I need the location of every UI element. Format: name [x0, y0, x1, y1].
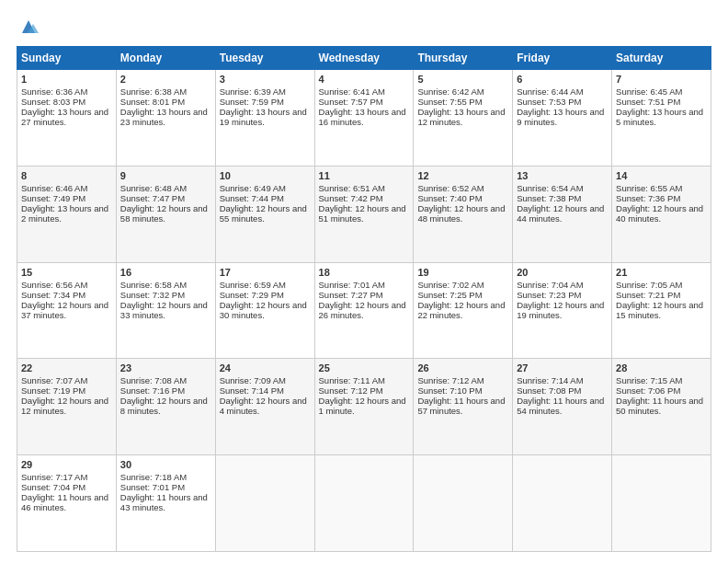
daylight-text: Daylight: 13 hours and 2 minutes.: [21, 203, 108, 224]
table-row: 17Sunrise: 6:59 AMSunset: 7:29 PMDayligh…: [215, 262, 314, 359]
sunrise-text: Sunrise: 6:39 AM: [220, 86, 286, 97]
sunrise-text: Sunrise: 7:14 AM: [517, 375, 583, 385]
day-number: 23: [120, 362, 211, 373]
day-number: 13: [517, 170, 608, 181]
sunrise-text: Sunrise: 7:12 AM: [417, 375, 483, 385]
sunrise-text: Sunrise: 7:07 AM: [21, 375, 87, 385]
sunset-text: Sunset: 7:32 PM: [120, 290, 185, 300]
table-row: 2Sunrise: 6:38 AMSunset: 8:01 PMDaylight…: [116, 70, 215, 167]
sunrise-text: Sunrise: 7:05 AM: [616, 280, 682, 290]
day-number: 5: [417, 74, 508, 85]
sunset-text: Sunset: 7:06 PM: [616, 385, 680, 396]
day-number: 15: [21, 267, 112, 278]
calendar: SundayMondayTuesdayWednesdayThursdayFrid…: [17, 46, 711, 552]
sunrise-text: Sunrise: 6:56 AM: [21, 280, 87, 290]
day-number: 27: [517, 362, 608, 373]
sunset-text: Sunset: 7:53 PM: [517, 97, 581, 107]
calendar-week-row: 1Sunrise: 6:36 AMSunset: 8:03 PMDaylight…: [17, 70, 711, 167]
calendar-header-tuesday: Tuesday: [215, 47, 314, 70]
table-row: 28Sunrise: 7:15 AMSunset: 7:06 PMDayligh…: [612, 359, 711, 455]
sunset-text: Sunset: 7:38 PM: [517, 193, 581, 203]
table-row: 4Sunrise: 6:41 AMSunset: 7:57 PMDaylight…: [314, 70, 414, 167]
table-row: 25Sunrise: 7:11 AMSunset: 7:12 PMDayligh…: [314, 359, 414, 455]
daylight-text: Daylight: 12 hours and 48 minutes.: [417, 203, 505, 224]
sunrise-text: Sunrise: 6:46 AM: [21, 183, 87, 193]
day-number: 9: [120, 170, 211, 181]
daylight-text: Daylight: 13 hours and 5 minutes.: [616, 107, 703, 127]
day-number: 7: [616, 74, 707, 85]
sunset-text: Sunset: 7:44 PM: [220, 193, 284, 203]
daylight-text: Daylight: 12 hours and 44 minutes.: [517, 203, 604, 224]
table-row: [215, 455, 314, 552]
calendar-header-wednesday: Wednesday: [314, 47, 414, 70]
sunrise-text: Sunrise: 7:15 AM: [616, 375, 682, 385]
day-number: 30: [120, 459, 211, 470]
day-number: 4: [319, 74, 410, 85]
day-number: 2: [120, 74, 211, 85]
table-row: 6Sunrise: 6:44 AMSunset: 7:53 PMDaylight…: [513, 70, 612, 167]
sunrise-text: Sunrise: 6:58 AM: [120, 280, 187, 290]
calendar-header-thursday: Thursday: [414, 47, 513, 70]
sunset-text: Sunset: 7:55 PM: [417, 97, 482, 107]
sunrise-text: Sunrise: 7:11 AM: [319, 375, 385, 385]
table-row: [314, 455, 414, 552]
day-number: 1: [21, 74, 112, 85]
daylight-text: Daylight: 11 hours and 54 minutes.: [517, 396, 604, 416]
sunrise-text: Sunrise: 6:38 AM: [120, 86, 187, 97]
sunrise-text: Sunrise: 7:17 AM: [21, 472, 87, 482]
table-row: 21Sunrise: 7:05 AMSunset: 7:21 PMDayligh…: [612, 262, 711, 359]
table-row: 14Sunrise: 6:55 AMSunset: 7:36 PMDayligh…: [612, 166, 711, 262]
calendar-week-row: 22Sunrise: 7:07 AMSunset: 7:19 PMDayligh…: [17, 359, 711, 455]
sunset-text: Sunset: 8:03 PM: [21, 97, 85, 107]
table-row: 20Sunrise: 7:04 AMSunset: 7:23 PMDayligh…: [513, 262, 612, 359]
table-row: 5Sunrise: 6:42 AMSunset: 7:55 PMDaylight…: [414, 70, 513, 167]
table-row: 18Sunrise: 7:01 AMSunset: 7:27 PMDayligh…: [314, 262, 414, 359]
daylight-text: Daylight: 12 hours and 12 minutes.: [21, 396, 108, 416]
table-row: 9Sunrise: 6:48 AMSunset: 7:47 PMDaylight…: [116, 166, 215, 262]
table-row: 22Sunrise: 7:07 AMSunset: 7:19 PMDayligh…: [17, 359, 117, 455]
table-row: 12Sunrise: 6:52 AMSunset: 7:40 PMDayligh…: [414, 166, 513, 262]
sunrise-text: Sunrise: 6:41 AM: [319, 86, 385, 97]
daylight-text: Daylight: 12 hours and 1 minute.: [319, 396, 406, 416]
sunset-text: Sunset: 7:57 PM: [319, 97, 383, 107]
calendar-header-row: SundayMondayTuesdayWednesdayThursdayFrid…: [17, 47, 711, 70]
logo-icon: [18, 17, 39, 37]
sunset-text: Sunset: 7:25 PM: [417, 290, 482, 300]
sunset-text: Sunset: 7:21 PM: [616, 290, 680, 300]
day-number: 19: [417, 267, 508, 278]
page: SundayMondayTuesdayWednesdayThursdayFrid…: [0, 0, 728, 563]
sunset-text: Sunset: 7:49 PM: [21, 193, 85, 203]
header: [17, 17, 711, 37]
table-row: 13Sunrise: 6:54 AMSunset: 7:38 PMDayligh…: [513, 166, 612, 262]
calendar-week-row: 29Sunrise: 7:17 AMSunset: 7:04 PMDayligh…: [17, 455, 711, 552]
daylight-text: Daylight: 12 hours and 26 minutes.: [319, 300, 406, 320]
sunset-text: Sunset: 7:01 PM: [120, 482, 185, 492]
sunrise-text: Sunrise: 6:52 AM: [417, 183, 483, 193]
sunrise-text: Sunrise: 7:09 AM: [220, 375, 286, 385]
day-number: 10: [220, 170, 311, 181]
sunrise-text: Sunrise: 6:48 AM: [120, 183, 187, 193]
calendar-header-sunday: Sunday: [17, 47, 117, 70]
table-row: [513, 455, 612, 552]
sunset-text: Sunset: 7:12 PM: [319, 385, 383, 396]
day-number: 22: [21, 362, 112, 373]
calendar-header-monday: Monday: [116, 47, 215, 70]
daylight-text: Daylight: 13 hours and 27 minutes.: [21, 107, 108, 127]
day-number: 25: [319, 362, 410, 373]
calendar-week-row: 8Sunrise: 6:46 AMSunset: 7:49 PMDaylight…: [17, 166, 711, 262]
daylight-text: Daylight: 11 hours and 50 minutes.: [616, 396, 703, 416]
daylight-text: Daylight: 12 hours and 4 minutes.: [220, 396, 307, 416]
day-number: 21: [616, 267, 707, 278]
daylight-text: Daylight: 12 hours and 37 minutes.: [21, 300, 108, 320]
sunrise-text: Sunrise: 7:01 AM: [319, 280, 385, 290]
daylight-text: Daylight: 11 hours and 57 minutes.: [417, 396, 505, 416]
daylight-text: Daylight: 12 hours and 40 minutes.: [616, 203, 703, 224]
day-number: 8: [21, 170, 112, 181]
sunrise-text: Sunrise: 6:36 AM: [21, 86, 87, 97]
day-number: 6: [517, 74, 608, 85]
daylight-text: Daylight: 12 hours and 19 minutes.: [517, 300, 604, 320]
table-row: 3Sunrise: 6:39 AMSunset: 7:59 PMDaylight…: [215, 70, 314, 167]
table-row: 30Sunrise: 7:18 AMSunset: 7:01 PMDayligh…: [116, 455, 215, 552]
sunrise-text: Sunrise: 6:49 AM: [220, 183, 286, 193]
sunrise-text: Sunrise: 7:02 AM: [417, 280, 483, 290]
